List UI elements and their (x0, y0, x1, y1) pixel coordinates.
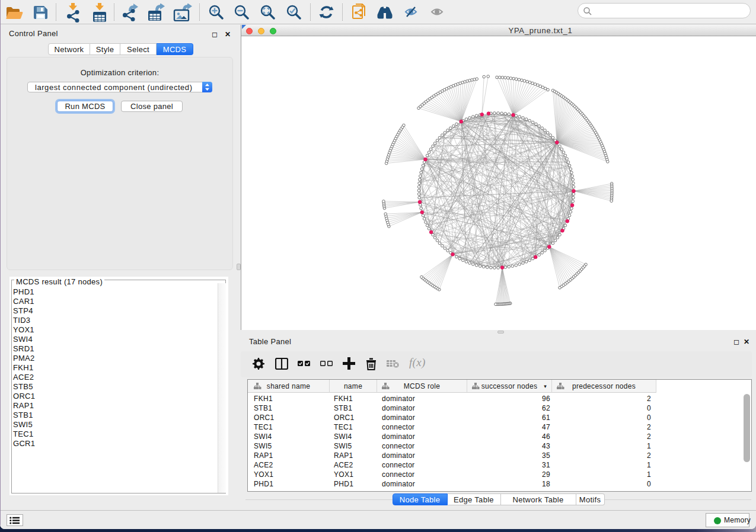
svg-text:f(x): f(x) (409, 357, 426, 369)
